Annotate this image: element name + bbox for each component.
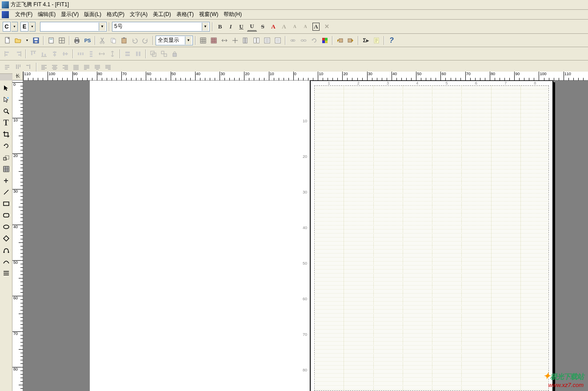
direct-select-tool[interactable] [0, 94, 12, 105]
snap-button[interactable] [220, 36, 229, 45]
text-style-a2[interactable]: A [279, 22, 289, 32]
table-tool[interactable] [0, 163, 12, 175]
show-guides-button[interactable] [209, 36, 219, 45]
rounded-rect-tool[interactable] [0, 210, 12, 221]
grid-tool[interactable] [0, 267, 12, 279]
crosshair-button[interactable] [230, 36, 240, 45]
text-direction-mixed[interactable] [24, 62, 34, 72]
menu-view[interactable]: 显示(V) [58, 10, 81, 19]
text-tool[interactable]: T [0, 117, 12, 129]
lang-c-dropdown-arrow[interactable]: ▼ [12, 22, 18, 32]
group-button[interactable] [148, 49, 158, 59]
open-recent-dropdown[interactable]: ▼ [24, 36, 30, 45]
font-size-dropdown[interactable]: 5号 ▼ [112, 22, 210, 32]
sigma-button[interactable]: Σ▸ [361, 36, 371, 45]
page-right[interactable]: 123456781020304050607080 [310, 81, 553, 391]
ruler-horizontal[interactable]: 1101009080706050403020100102030405060708… [12, 72, 588, 81]
superscript-button[interactable]: A [290, 22, 300, 32]
align-bottom-edges[interactable] [39, 49, 49, 59]
page-left[interactable] [90, 81, 310, 391]
space-h[interactable] [97, 49, 107, 59]
ungroup-button[interactable] [159, 49, 169, 59]
text-color-button[interactable]: A [268, 22, 278, 32]
menu-table[interactable]: 表格(T) [174, 10, 196, 19]
link-button[interactable] [288, 36, 298, 45]
align-justify-last-right[interactable] [103, 62, 113, 72]
layout-grid-button[interactable] [57, 36, 67, 45]
menu-window[interactable]: 视窗(W) [196, 10, 221, 19]
line-tool[interactable] [0, 186, 12, 198]
cut-button[interactable] [98, 36, 108, 45]
rotate-tool[interactable] [0, 140, 12, 152]
align-top-edges[interactable] [28, 49, 38, 59]
paste-button[interactable] [119, 36, 129, 45]
menu-format[interactable]: 格式(P) [104, 10, 127, 19]
menu-text[interactable]: 文字(A) [127, 10, 150, 19]
menu-art[interactable]: 美工(D) [150, 10, 174, 19]
distribute-h[interactable] [76, 49, 85, 59]
redo-button[interactable] [140, 36, 150, 45]
add-anchor-tool[interactable]: + [0, 175, 12, 186]
align-right[interactable] [60, 62, 70, 72]
align-justify[interactable] [71, 62, 81, 72]
pointer-tool[interactable] [0, 82, 12, 94]
double-underline-button[interactable]: U [247, 22, 257, 32]
open-file-button[interactable] [13, 36, 23, 45]
menu-file[interactable]: 文件(F) [12, 10, 35, 19]
same-height[interactable] [133, 49, 143, 59]
crop-tool[interactable] [0, 129, 12, 140]
show-grid-button[interactable] [198, 36, 208, 45]
align-right-edges[interactable] [13, 49, 23, 59]
lang-e-dropdown-arrow[interactable]: ▼ [29, 22, 36, 32]
ellipse-tool[interactable] [0, 221, 12, 233]
zoom-tool[interactable] [0, 105, 12, 117]
menu-layout[interactable]: 版面(L) [81, 10, 104, 19]
import-button[interactable] [335, 36, 345, 45]
zoom-dropdown[interactable]: 全页显示 ▼ [156, 36, 193, 45]
undo-button[interactable] [130, 36, 140, 45]
bold-button[interactable]: B [215, 22, 225, 32]
canvas-area[interactable]: 123456781020304050607080 [23, 81, 588, 391]
column-guides-button[interactable] [241, 36, 251, 45]
align-left-edges[interactable] [3, 49, 12, 59]
color-swatch-button[interactable] [320, 36, 330, 45]
space-v[interactable] [108, 49, 117, 59]
lang-c-box[interactable]: C [3, 22, 11, 32]
print-button[interactable] [72, 36, 82, 45]
align-center-v[interactable] [60, 49, 70, 59]
font-family-dropdown[interactable]: ▼ [40, 22, 107, 32]
lang-e-box[interactable]: E [20, 22, 28, 32]
rectangle-tool[interactable] [0, 198, 12, 210]
ruler-vertical[interactable]: 01020304050607080 [12, 81, 23, 391]
text-direction-h[interactable] [3, 62, 12, 72]
refresh-button[interactable] [309, 36, 319, 45]
ruler-corner[interactable]: 长 [12, 72, 23, 81]
text-flow-button[interactable] [252, 36, 261, 45]
scale-tool[interactable] [0, 152, 12, 163]
italic-button[interactable]: I [226, 22, 236, 32]
text-direction-v[interactable] [13, 62, 23, 72]
menu-help[interactable]: 帮助(H) [221, 10, 244, 19]
help-button[interactable]: ? [387, 36, 396, 45]
underline-button[interactable]: U [236, 22, 246, 32]
same-width[interactable] [123, 49, 132, 59]
unlink-button[interactable] [299, 36, 308, 45]
align-center[interactable] [50, 62, 60, 72]
align-left[interactable] [39, 62, 49, 72]
text-box-style-button[interactable]: A [311, 22, 321, 32]
new-file-button[interactable] [3, 36, 12, 45]
distribute-v[interactable] [86, 49, 96, 59]
script-button[interactable] [372, 36, 381, 45]
align-center-h[interactable] [50, 49, 60, 59]
polygon-tool[interactable] [0, 233, 12, 244]
save-button[interactable] [31, 36, 41, 45]
export-ps-button[interactable]: PS [83, 36, 92, 45]
menu-edit[interactable]: 编辑(E) [35, 10, 58, 19]
align-justify-last-left[interactable] [82, 62, 92, 72]
subscript-button[interactable]: A [300, 22, 310, 32]
master-page-button[interactable] [273, 36, 283, 45]
clear-format-button[interactable]: ✕ [322, 22, 332, 32]
align-justify-last-center[interactable] [92, 62, 102, 72]
copy-button[interactable] [108, 36, 118, 45]
frame-button[interactable] [262, 36, 272, 45]
